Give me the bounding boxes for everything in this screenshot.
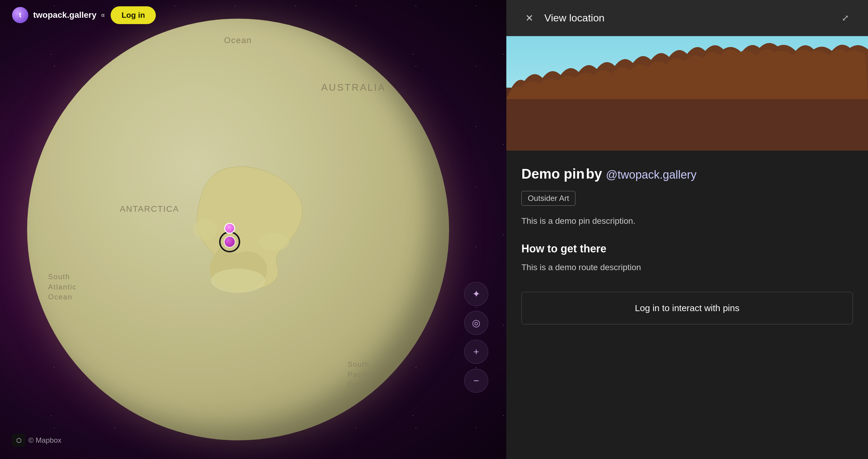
close-icon: ✕ [525,12,533,24]
pin-description: This is a demo pin description. [521,215,853,227]
pin-circle [219,231,240,252]
zoom-in-icon: + [473,347,479,358]
zoom-out-icon: − [473,375,479,386]
pin-inner [224,236,236,248]
panel-header: ✕ View location ⤢ [506,0,868,36]
location-button[interactable]: ◎ [464,311,488,335]
login-button[interactable]: Log in [111,6,156,24]
zoom-in-button[interactable]: + [464,340,488,364]
by-text: by [586,166,606,182]
logo-avatar: t [12,7,28,23]
globe-container: Ocean AUSTRALIA ANTARCTICA SouthAtlantic… [27,19,449,440]
site-superscript: α [101,12,104,19]
location-icon: ◎ [472,317,480,329]
mapbox-icon: ⬡ [12,434,25,447]
how-to-get-there-heading: How to get there [521,242,853,255]
panel-title: View location [544,12,830,24]
map-container[interactable]: t twopack.galleryα Log in [0,0,506,459]
svg-point-1 [211,269,265,293]
compass-icon: ✦ [472,288,480,300]
mapbox-text: © Mapbox [28,436,61,445]
zoom-out-button[interactable]: − [464,369,488,393]
header-bar: t twopack.galleryα Log in [0,0,506,30]
close-button[interactable]: ✕ [521,10,537,26]
panel-content: Demo pin by @twopack.gallery Outsider Ar… [506,151,868,459]
pin-author: @twopack.gallery [606,168,696,181]
location-image [506,36,868,151]
expand-icon: ⤢ [842,13,849,23]
mapbox-attribution: ⬡ © Mapbox [12,434,61,447]
site-logo: t twopack.galleryα [12,7,104,23]
compass-button[interactable]: ✦ [464,282,488,306]
vegetation-svg [506,39,868,99]
map-controls: ✦ ◎ + − [464,282,488,393]
svg-point-2 [259,232,289,251]
svg-point-3 [193,219,217,240]
map-pin[interactable] [218,223,242,253]
login-interact-button[interactable]: Log in to interact with pins [521,292,853,324]
tag-badge: Outsider Art [521,191,575,206]
pin-top [224,223,235,234]
site-name: twopack.gallery [33,10,96,20]
expand-button[interactable]: ⤢ [837,10,853,26]
pin-name: Demo pin [521,166,585,182]
route-description: This is a demo route description [521,261,853,274]
pin-title-row: Demo pin by @twopack.gallery [521,166,853,182]
globe: Ocean AUSTRALIA ANTARCTICA SouthAtlantic… [27,19,449,440]
location-panel: ✕ View location ⤢ Demo pin by @twopack.g… [506,0,868,459]
